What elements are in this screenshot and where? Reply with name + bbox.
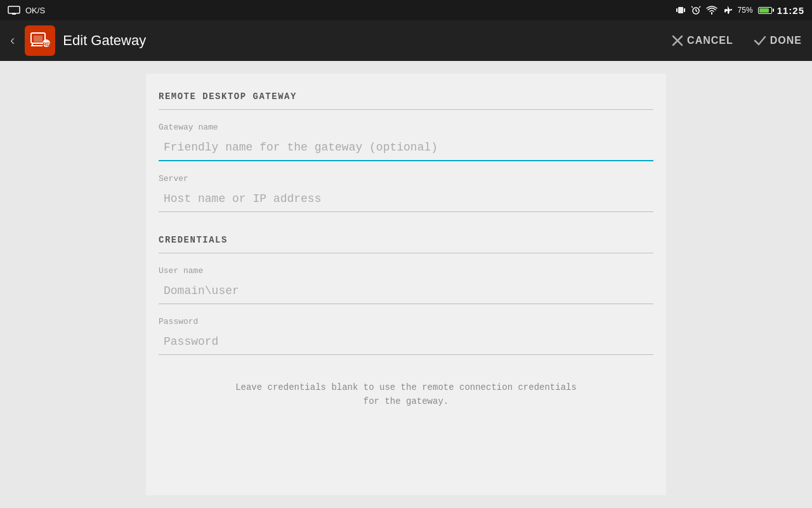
back-button[interactable]: ‹ [10, 32, 15, 49]
server-label: Server [159, 174, 653, 184]
time-display: 11:25 [777, 5, 804, 16]
svg-rect-11 [34, 36, 43, 42]
vibrate-icon [676, 5, 686, 15]
done-icon [754, 35, 766, 46]
user-name-input[interactable] [159, 278, 653, 304]
done-label: DONE [770, 35, 802, 46]
alarm-icon [691, 5, 701, 15]
battery-percentage: 75% [738, 6, 753, 15]
section-header-gateway: REMOTE DESKTOP GATEWAY [146, 86, 666, 107]
svg-text:RD: RD [43, 41, 51, 47]
svg-rect-4 [684, 8, 685, 12]
svg-line-8 [691, 6, 693, 8]
svg-rect-0 [8, 6, 20, 13]
field-group-server: Server [146, 171, 666, 222]
svg-line-9 [699, 6, 700, 8]
gateway-name-label: Gateway name [159, 123, 653, 132]
status-ok-label: OK/S [25, 6, 45, 15]
done-button[interactable]: DONE [754, 35, 802, 46]
airplane-icon [723, 5, 733, 15]
app-icon: RD [25, 25, 55, 56]
section-divider-gateway [159, 109, 653, 110]
status-bar-left: OK/S [8, 6, 45, 15]
section-header-credentials: CREDENTIALS [146, 230, 666, 250]
screen-icon [8, 6, 20, 15]
status-bar: OK/S 75% 11:2 [0, 0, 812, 20]
password-label: Password [159, 317, 653, 326]
cancel-icon [672, 35, 683, 46]
wifi-icon [706, 6, 717, 15]
svg-rect-2 [678, 7, 683, 13]
gateway-name-input[interactable] [159, 135, 653, 161]
toolbar-right: CANCEL DONE [672, 35, 802, 46]
svg-rect-3 [676, 8, 678, 12]
toolbar: ‹ RD Edit Gateway CANCEL DONE [0, 20, 812, 61]
field-group-gateway-name: Gateway name [146, 120, 666, 171]
battery-icon [758, 7, 772, 14]
svg-line-7 [696, 11, 697, 11]
form-container: REMOTE DESKTOP GATEWAY Gateway name Serv… [146, 74, 666, 495]
content-area: REMOTE DESKTOP GATEWAY Gateway name Serv… [0, 61, 812, 508]
cancel-label: CANCEL [687, 35, 733, 46]
credentials-hint: Leave credentials blank to use the remot… [146, 380, 666, 409]
svg-rect-1 [12, 13, 16, 15]
cancel-button[interactable]: CANCEL [672, 35, 733, 46]
password-input[interactable] [159, 329, 653, 355]
user-name-label: User name [159, 266, 653, 276]
page-title: Edit Gateway [63, 32, 146, 49]
section-divider-credentials [159, 253, 653, 253]
status-bar-right: 75% 11:25 [676, 5, 804, 16]
field-group-username: User name [146, 264, 666, 314]
field-group-password: Password [146, 314, 666, 365]
server-input[interactable] [159, 186, 653, 212]
toolbar-left: ‹ RD Edit Gateway [10, 25, 146, 56]
